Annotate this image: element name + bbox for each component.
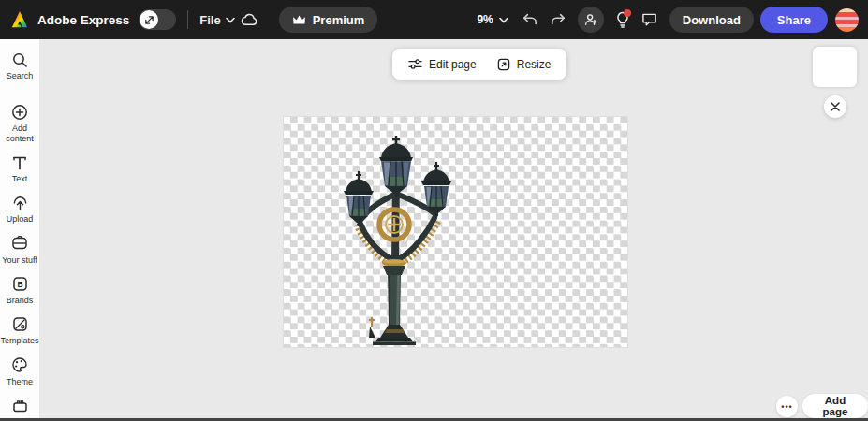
sidebar-item-text[interactable]: Text [0, 153, 39, 183]
download-label: Download [683, 13, 741, 27]
account-avatar[interactable] [835, 8, 859, 32]
topbar: Adobe Express File Premium [0, 0, 868, 39]
chevron-down-icon [226, 11, 235, 29]
sidebar-label: Templates [0, 336, 38, 345]
sidebar-label: Upload [7, 214, 34, 224]
sidebar-item-templates[interactable]: Templates [0, 315, 39, 345]
your-stuff-icon [11, 235, 28, 253]
theme-icon [11, 356, 28, 374]
edit-page-button[interactable]: Edit page [398, 51, 487, 77]
brands-icon: B [12, 275, 28, 293]
sidebar-label: Theme [7, 377, 33, 386]
undo-button[interactable] [522, 12, 538, 27]
sidebar-item-add-content[interactable]: Add content [0, 103, 39, 143]
zoom-level-control[interactable]: 9% [477, 11, 508, 29]
add-ons-icon [12, 397, 28, 414]
close-icon [831, 98, 840, 116]
adobe-express-logo-icon [9, 11, 30, 29]
notification-dot [624, 9, 631, 17]
quick-actions-toggle[interactable] [139, 9, 176, 30]
share-label: Share [777, 13, 811, 27]
download-button[interactable]: Download [669, 7, 754, 33]
sidebar-item-search[interactable]: Search [0, 51, 39, 80]
edit-page-label: Edit page [429, 58, 477, 71]
sidebar-item-theme[interactable]: Theme [0, 356, 39, 386]
sidebar-label: Add content [0, 123, 39, 143]
comments-button[interactable] [641, 12, 657, 27]
add-page-button[interactable]: Add page [802, 394, 868, 418]
zoom-level-value: 9% [477, 13, 493, 26]
lamppost-image[interactable] [338, 134, 463, 345]
file-menu[interactable]: File [199, 11, 234, 29]
add-content-icon [11, 103, 28, 121]
topbar-divider [187, 10, 188, 29]
premium-label: Premium [313, 13, 365, 27]
close-button[interactable] [824, 95, 846, 118]
share-button[interactable]: Share [760, 7, 828, 33]
page-toolbar: Edit page Resize [392, 49, 566, 80]
sidebar-item-upload[interactable]: Upload [0, 194, 39, 224]
chevron-down-icon [499, 11, 508, 29]
adobe-express-window: Adobe Express File Premium [0, 0, 868, 421]
app-title: Adobe Express [37, 13, 129, 27]
sidebar-label: Brands [7, 296, 34, 305]
templates-icon [12, 315, 28, 333]
text-icon [11, 153, 28, 171]
upload-icon [11, 194, 29, 211]
crown-icon [292, 11, 306, 29]
file-menu-label: File [199, 13, 220, 27]
workspace: Edit page Resize [39, 39, 868, 421]
sidebar-label: Your stuff [2, 255, 37, 265]
resize-button[interactable]: Resize [487, 51, 562, 77]
sidebar-item-brands[interactable]: B Brands [0, 275, 39, 305]
artboard[interactable] [284, 117, 627, 347]
page-thumbnail[interactable] [813, 47, 857, 87]
edit-page-sliders-icon [408, 55, 422, 73]
resize-label: Resize [517, 58, 552, 71]
left-sidebar: Search Add content Text Upload Your stu [0, 39, 39, 421]
toggle-knob-icon [140, 10, 158, 29]
cloud-sync-button[interactable] [241, 13, 258, 26]
more-options-button[interactable]: ••• [776, 396, 798, 417]
premium-button[interactable]: Premium [279, 7, 378, 33]
sidebar-label: Text [12, 174, 28, 183]
search-icon [11, 51, 28, 68]
sidebar-item-your-stuff[interactable]: Your stuff [0, 235, 39, 265]
svg-text:B: B [17, 280, 22, 289]
resize-icon [497, 55, 510, 73]
suggestions-button[interactable] [615, 11, 630, 28]
sidebar-label: Search [7, 71, 34, 80]
redo-button[interactable] [550, 12, 566, 27]
add-collaborator-button[interactable] [578, 7, 604, 33]
